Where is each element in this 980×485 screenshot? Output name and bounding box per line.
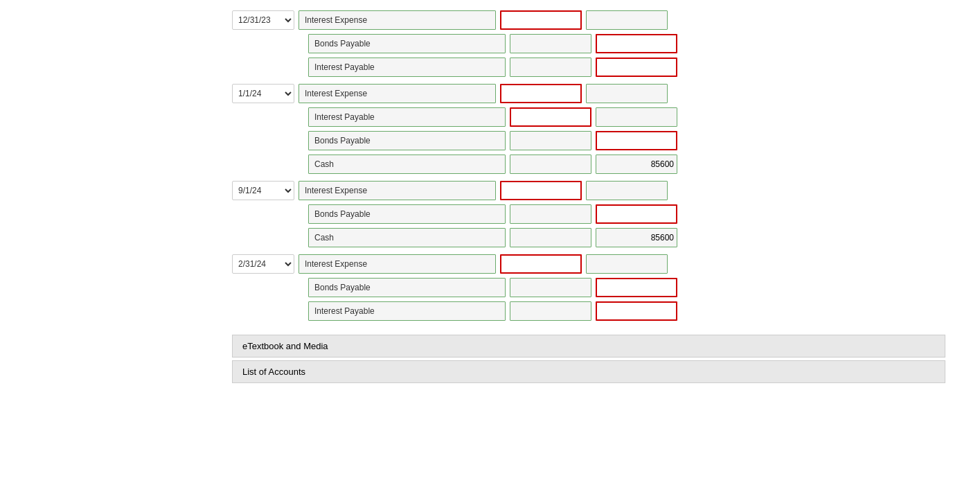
credit-input[interactable] xyxy=(586,254,668,274)
journal-row: 1/1/24 xyxy=(232,84,945,103)
journal-row xyxy=(232,131,945,150)
debit-input[interactable] xyxy=(510,58,591,77)
date-select-3[interactable]: 9/1/24 xyxy=(232,181,294,200)
credit-input[interactable] xyxy=(596,131,677,150)
credit-input[interactable] xyxy=(586,10,668,30)
journal-row xyxy=(232,278,945,297)
debit-input[interactable] xyxy=(510,228,591,247)
journal-section-2: 1/1/24 xyxy=(232,84,945,174)
journal-row xyxy=(232,34,945,53)
account-field[interactable] xyxy=(308,34,506,53)
journal-section-3: 9/1/24 xyxy=(232,181,945,247)
bottom-section: eTextbook and Media List of Accounts xyxy=(232,335,945,386)
credit-input[interactable] xyxy=(596,301,677,321)
debit-input[interactable] xyxy=(500,10,582,30)
debit-input[interactable] xyxy=(510,155,591,174)
debit-input[interactable] xyxy=(500,84,582,103)
account-field[interactable] xyxy=(308,155,506,174)
debit-input[interactable] xyxy=(510,131,591,150)
credit-input[interactable] xyxy=(596,34,677,53)
debit-input[interactable] xyxy=(510,107,591,127)
account-field[interactable] xyxy=(308,131,506,150)
debit-input[interactable] xyxy=(510,34,591,53)
journal-section-1: 12/31/23 xyxy=(232,10,945,77)
credit-input[interactable] xyxy=(586,84,668,103)
journal-row xyxy=(232,301,945,321)
credit-input[interactable] xyxy=(596,278,677,297)
journal-row xyxy=(232,58,945,77)
credit-input[interactable] xyxy=(596,155,677,174)
journal-row xyxy=(232,204,945,224)
debit-input[interactable] xyxy=(500,254,582,274)
credit-input[interactable] xyxy=(596,58,677,77)
page-wrapper: 12/31/23 xyxy=(0,0,980,485)
debit-input[interactable] xyxy=(510,278,591,297)
main-content: 12/31/23 xyxy=(0,0,980,485)
list-of-accounts-button[interactable]: List of Accounts xyxy=(232,360,945,383)
account-field[interactable] xyxy=(308,301,506,321)
account-field[interactable] xyxy=(308,58,506,77)
account-field[interactable] xyxy=(299,254,496,274)
credit-input[interactable] xyxy=(596,204,677,224)
account-field[interactable] xyxy=(308,278,506,297)
credit-input[interactable] xyxy=(596,228,677,247)
account-field[interactable] xyxy=(308,228,506,247)
credit-input[interactable] xyxy=(596,107,677,127)
debit-input[interactable] xyxy=(510,301,591,321)
journal-row xyxy=(232,107,945,127)
date-select-1[interactable]: 12/31/23 xyxy=(232,10,294,30)
journal-row xyxy=(232,155,945,174)
account-field[interactable] xyxy=(299,10,496,30)
debit-input[interactable] xyxy=(500,181,582,200)
account-field[interactable] xyxy=(308,107,506,127)
journal-row: 2/31/24 xyxy=(232,254,945,274)
date-select-2[interactable]: 1/1/24 xyxy=(232,84,294,103)
content-area: 12/31/23 xyxy=(232,7,945,386)
credit-input[interactable] xyxy=(586,181,668,200)
date-select-4[interactable]: 2/31/24 xyxy=(232,254,294,274)
debit-input[interactable] xyxy=(510,204,591,224)
account-field[interactable] xyxy=(299,181,496,200)
journal-row: 12/31/23 xyxy=(232,10,945,30)
journal-row: 9/1/24 xyxy=(232,181,945,200)
journal-section-4: 2/31/24 xyxy=(232,254,945,321)
account-field[interactable] xyxy=(308,204,506,224)
etextbook-media-button[interactable]: eTextbook and Media xyxy=(232,335,945,358)
account-field[interactable] xyxy=(299,84,496,103)
journal-row xyxy=(232,228,945,247)
